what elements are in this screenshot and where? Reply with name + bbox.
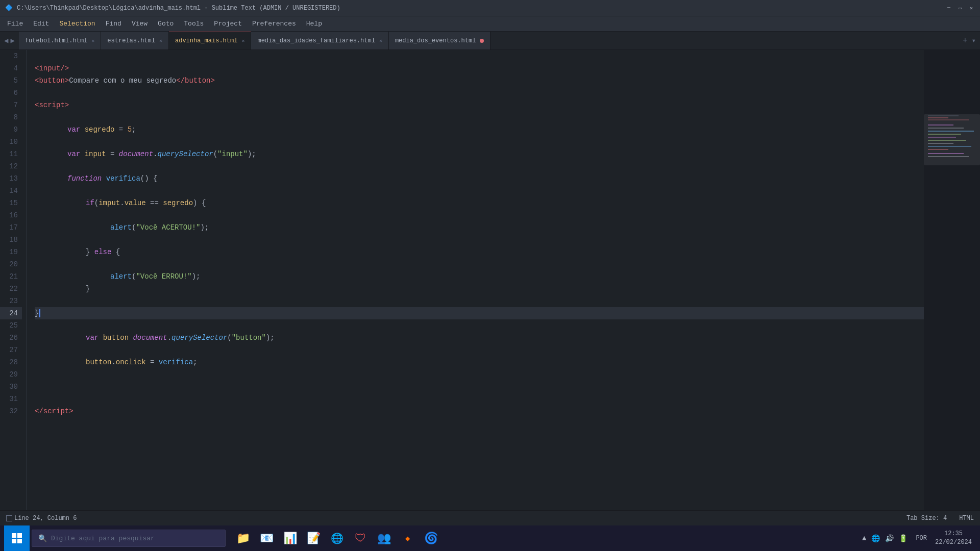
menu-preferences[interactable]: Preferences	[247, 18, 301, 30]
tray-network[interactable]: 🌐	[871, 534, 880, 543]
line-num-5: 5	[0, 74, 22, 87]
taskbar-edge[interactable]: 🌀	[420, 527, 442, 549]
close-button[interactable]: ✕	[968, 5, 975, 12]
code-line-6	[35, 87, 924, 99]
svg-rect-16	[17, 533, 22, 538]
line-num-24: 24	[0, 307, 22, 319]
editor: 3 4 5 6 7 8 9 10 11 12 13 14 15 16 17 18…	[0, 50, 980, 510]
tab-nav-arrows: ◀ ▶	[0, 32, 19, 49]
tray-icons: ▲ 🌐 🔊 🔋	[862, 534, 908, 543]
status-indicator	[6, 515, 12, 521]
status-bar: Line 24, Column 6 Tab Size: 4 HTML	[0, 510, 980, 525]
code-line-13: function verifica() {	[35, 172, 924, 185]
line-num-17: 17	[0, 221, 22, 234]
taskbar-outlook[interactable]: 📧	[255, 527, 278, 549]
menu-project[interactable]: Project	[209, 18, 247, 30]
line-num-21: 21	[0, 270, 22, 283]
start-button[interactable]	[4, 525, 30, 551]
tab-label: advinha_mais.html	[175, 37, 237, 44]
code-line-30	[35, 381, 924, 393]
line-num-28: 28	[0, 356, 22, 368]
menu-edit[interactable]: Edit	[28, 18, 54, 30]
code-line-3	[35, 50, 924, 62]
code-line-5: <button>Compare com o meu segredo</butto…	[35, 74, 924, 87]
clock-time: 12:35	[935, 530, 972, 538]
code-line-12	[35, 160, 924, 172]
tab-media-idades[interactable]: media_das_idades_familiares.html ✕	[251, 32, 388, 49]
code-line-11: var input = document.querySelector("inpu…	[35, 148, 924, 160]
taskbar-apps: 📁 📧 📊 📝 🌐 🛡 👥 ⬥ 🌀	[232, 527, 442, 549]
minimize-button[interactable]: ─	[945, 5, 952, 12]
new-tab-button[interactable]: +	[963, 36, 968, 45]
maximize-button[interactable]: ▭	[957, 5, 964, 12]
tab-advinha[interactable]: advinha_mais.html ✕	[169, 32, 251, 49]
line-num-10: 10	[0, 136, 22, 148]
window-controls: ─ ▭ ✕	[945, 5, 975, 12]
menu-help[interactable]: Help	[301, 18, 327, 30]
code-line-29	[35, 368, 924, 381]
code-line-32: </script>	[35, 405, 924, 417]
line-num-7: 7	[0, 99, 22, 111]
svg-rect-14	[924, 114, 980, 165]
line-num-15: 15	[0, 197, 22, 209]
tab-close[interactable]: ✕	[159, 38, 162, 44]
code-area[interactable]: <input/> <button>Compare com o meu segre…	[27, 50, 924, 510]
taskbar-teams[interactable]: 👥	[373, 527, 395, 549]
menu-tools[interactable]: Tools	[179, 18, 209, 30]
window-title: C:\Users\Thinkpad\Desktop\Lógica\advinha…	[17, 5, 945, 12]
line-num-32: 32	[0, 405, 22, 417]
code-line-19: } else {	[35, 246, 924, 258]
menu-selection[interactable]: Selection	[54, 18, 100, 30]
tray-show-hidden[interactable]: ▲	[862, 534, 866, 543]
code-line-17: alert("Você ACERTOU!");	[35, 221, 924, 234]
cursor-position: Line 24, Column 6	[14, 515, 77, 522]
code-line-20	[35, 258, 924, 270]
tab-media-eventos[interactable]: media_dos_eventos.html	[389, 32, 491, 49]
taskbar-explorer[interactable]: 📁	[232, 527, 254, 549]
syntax-label: HTML	[959, 515, 974, 522]
menu-view[interactable]: View	[127, 18, 153, 30]
menu-bar: File Edit Selection Find View Goto Tools…	[0, 16, 980, 32]
taskbar-clock[interactable]: 12:35 22/02/2024	[935, 530, 972, 547]
tab-list-button[interactable]: ▾	[972, 36, 976, 45]
tab-close[interactable]: ✕	[241, 38, 244, 44]
tab-controls: + ▾	[959, 32, 980, 49]
tab-label: futebol.html.html	[25, 37, 87, 44]
taskbar-chrome[interactable]: 🌐	[326, 527, 348, 549]
line-num-20: 20	[0, 258, 22, 270]
menu-file[interactable]: File	[2, 18, 28, 30]
minimap	[924, 50, 980, 510]
tab-size: Tab Size: 4	[906, 515, 947, 522]
menu-goto[interactable]: Goto	[153, 18, 179, 30]
line-num-18: 18	[0, 234, 22, 246]
taskbar-excel[interactable]: 📊	[279, 527, 301, 549]
tab-close[interactable]: ✕	[91, 38, 94, 44]
svg-rect-17	[12, 539, 16, 543]
line-numbers: 3 4 5 6 7 8 9 10 11 12 13 14 15 16 17 18…	[0, 50, 27, 510]
svg-rect-18	[17, 539, 22, 543]
tray-volume[interactable]: 🔊	[885, 534, 894, 543]
line-num-22: 22	[0, 283, 22, 295]
code-line-14	[35, 185, 924, 197]
tab-close[interactable]: ✕	[379, 38, 382, 44]
taskbar-search-box[interactable]: 🔍 Digite aqui para pesquisar	[32, 530, 226, 547]
taskbar-word[interactable]: 📝	[302, 527, 325, 549]
search-icon: 🔍	[38, 534, 47, 543]
keyboard-language[interactable]: POR	[916, 535, 927, 542]
tray-power[interactable]: 🔋	[899, 534, 908, 543]
line-num-14: 14	[0, 185, 22, 197]
tab-estrelas[interactable]: estrelas.html ✕	[101, 32, 169, 49]
tab-futebol[interactable]: futebol.html.html ✕	[19, 32, 101, 49]
nav-prev[interactable]: ◀	[4, 36, 8, 45]
text-cursor	[39, 309, 40, 317]
line-num-29: 29	[0, 368, 22, 381]
code-line-18	[35, 234, 924, 246]
code-line-23	[35, 295, 924, 307]
menu-find[interactable]: Find	[101, 18, 127, 30]
taskbar-sublime[interactable]: ⬥	[396, 527, 419, 549]
line-num-11: 11	[0, 148, 22, 160]
nav-next[interactable]: ▶	[10, 36, 14, 45]
taskbar-vpn[interactable]: 🛡	[349, 527, 372, 549]
title-bar: 🔷 C:\Users\Thinkpad\Desktop\Lógica\advin…	[0, 0, 980, 16]
line-num-16: 16	[0, 209, 22, 221]
